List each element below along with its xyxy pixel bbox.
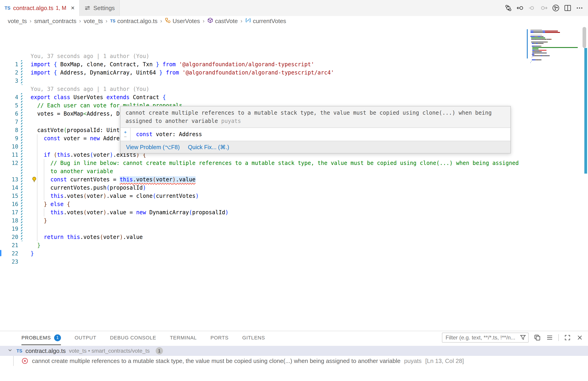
- modified-line-indicator: [21, 208, 22, 217]
- line-number[interactable]: 4: [0, 93, 18, 101]
- breadcrumb-item-smart_contracts[interactable]: smart_contracts: [34, 18, 77, 25]
- minimap-line: [530, 38, 545, 38]
- code-text: import { BoxMap, clone, Contract, Txn } …: [31, 60, 314, 68]
- tab-settings[interactable]: Settings: [80, 0, 120, 16]
- hover-declaration: + − const voter: Address: [121, 128, 510, 141]
- line-number[interactable]: 8: [0, 126, 18, 134]
- previous-change-icon[interactable]: [516, 4, 524, 12]
- view-problem-link[interactable]: View Problem (⌥F8): [126, 143, 180, 151]
- modified-line-indicator: [21, 225, 22, 233]
- minimap-line: [530, 35, 542, 36]
- line-number[interactable]: 18: [0, 217, 18, 225]
- modified-line-indicator: [21, 200, 22, 208]
- current-change-icon[interactable]: [528, 4, 536, 12]
- code-line: 2import { Address, DynamicArray, Uint64 …: [0, 68, 588, 77]
- modified-line-indicator: [21, 142, 22, 151]
- line-number[interactable]: 2: [0, 68, 18, 77]
- minimap-line: [530, 54, 534, 55]
- modified-line-indicator: [21, 167, 22, 176]
- line-number[interactable]: 23: [0, 258, 18, 266]
- tab-problem-modified-badge: 1, M: [56, 5, 66, 11]
- maximize-panel-icon[interactable]: [564, 334, 571, 341]
- breadcrumb-item-UserVotes[interactable]: UserVotes: [165, 17, 200, 25]
- copy-icon[interactable]: [534, 334, 541, 341]
- code-editor[interactable]: You, 37 seconds ago | 1 author (You)1imp…: [0, 26, 588, 331]
- line-number[interactable]: 12: [0, 159, 18, 167]
- error-icon: [21, 358, 28, 364]
- line-number[interactable]: 20: [0, 233, 18, 241]
- minimap-line: [530, 46, 542, 46]
- breadcrumb-separator: ›: [241, 18, 242, 24]
- editor-actions: [504, 0, 584, 16]
- commit-graph-icon[interactable]: [552, 4, 560, 12]
- breadcrumb-item-vote_ts[interactable]: vote_ts: [84, 18, 103, 25]
- problems-filter-input[interactable]: [442, 333, 529, 343]
- code-text: } else {: [31, 200, 70, 208]
- quick-fix-link[interactable]: Quick Fix... (⌘.): [188, 143, 229, 151]
- panel-tab-problems[interactable]: PROBLEMS1: [21, 331, 61, 345]
- minimap-line: [530, 61, 531, 62]
- next-change-icon[interactable]: [540, 4, 548, 12]
- scrollbar-thumb[interactable]: [583, 27, 586, 48]
- code-line: to another variable: [0, 167, 588, 176]
- error-hover-tooltip: cannot create multiple references to a m…: [120, 106, 511, 154]
- hover-error-source: puyats: [221, 118, 241, 124]
- panel-tab-terminal[interactable]: TERMINAL: [170, 331, 197, 345]
- minimap-line: [530, 59, 542, 60]
- line-number[interactable]: 11: [0, 151, 18, 159]
- problems-file-path: vote_ts • smart_contracts/vote_ts: [69, 348, 150, 354]
- line-number[interactable]: 13: [0, 176, 18, 184]
- problems-file-row[interactable]: TS contract.algo.ts vote_ts • smart_cont…: [0, 346, 588, 356]
- chevron-down-icon[interactable]: [7, 347, 13, 355]
- minimap-modified-bar: [527, 29, 528, 59]
- more-actions-icon[interactable]: [576, 4, 584, 12]
- line-number[interactable]: 21: [0, 241, 18, 249]
- line-number[interactable]: 10: [0, 142, 18, 151]
- problem-error-row[interactable]: cannot create multiple references to a m…: [0, 356, 588, 366]
- close-panel-icon[interactable]: [576, 334, 584, 341]
- line-number[interactable]: 1: [0, 60, 18, 68]
- minimap[interactable]: [527, 27, 578, 87]
- line-number[interactable]: 22: [0, 249, 18, 258]
- breadcrumb-item-currentVotes[interactable]: currentVotes: [245, 17, 286, 25]
- view-as-list-icon[interactable]: [546, 334, 553, 341]
- line-number[interactable]: 16: [0, 200, 18, 208]
- line-number[interactable]: 17: [0, 208, 18, 217]
- problems-tree: TS contract.algo.ts vote_ts • smart_cont…: [0, 346, 588, 366]
- panel-tab-output[interactable]: OUTPUT: [75, 331, 96, 345]
- blame-annotation: You, 37 seconds ago | 1 author (You): [0, 85, 588, 93]
- modified-line-indicator: [21, 134, 22, 142]
- panel-tab-debug-console[interactable]: DEBUG CONSOLE: [110, 331, 156, 345]
- line-number[interactable]: 14: [0, 184, 18, 192]
- code-text: return this.votes(voter).value: [31, 233, 143, 241]
- open-changes-icon[interactable]: [504, 4, 512, 12]
- problem-source: puyats: [404, 358, 421, 364]
- typescript-file-icon: TS: [4, 5, 10, 11]
- breadcrumb-item-contract.algo.ts[interactable]: TScontract.algo.ts: [110, 18, 158, 25]
- close-tab-icon[interactable]: ×: [71, 5, 75, 11]
- filter-icon: [520, 334, 526, 341]
- code-line: 1import { BoxMap, clone, Contract, Txn }…: [0, 60, 588, 68]
- breadcrumb: vote_ts›smart_contracts›vote_ts›TScontra…: [0, 16, 588, 26]
- code-line: 21 }: [0, 241, 588, 249]
- line-number[interactable]: 5: [0, 101, 18, 110]
- panel-tab-gitlens[interactable]: GITLENS: [242, 331, 265, 345]
- panel-tab-ports[interactable]: PORTS: [210, 331, 229, 345]
- tab-contract-algo-ts[interactable]: TS contract.algo.ts 1, M ×: [0, 0, 80, 16]
- breadcrumb-item-castVote[interactable]: castVote: [207, 17, 238, 25]
- line-number[interactable]: 6: [0, 110, 18, 118]
- line-number[interactable]: 9: [0, 134, 18, 142]
- minimap-line: [530, 48, 539, 49]
- code-line: 22}: [0, 249, 588, 258]
- line-number[interactable]: 3: [0, 77, 18, 85]
- tab-title: Settings: [93, 4, 115, 12]
- code-line: 16 } else {: [0, 200, 588, 208]
- panel-controls-separator: [558, 334, 559, 341]
- modified-line-indicator: [21, 101, 22, 110]
- bottom-panel: PROBLEMS1OUTPUTDEBUG CONSOLETERMINALPORT…: [0, 331, 588, 381]
- line-number[interactable]: 19: [0, 225, 18, 233]
- line-number[interactable]: 7: [0, 118, 18, 126]
- split-editor-icon[interactable]: [564, 4, 571, 12]
- line-number[interactable]: 15: [0, 192, 18, 200]
- breadcrumb-item-vote_ts[interactable]: vote_ts: [8, 18, 27, 25]
